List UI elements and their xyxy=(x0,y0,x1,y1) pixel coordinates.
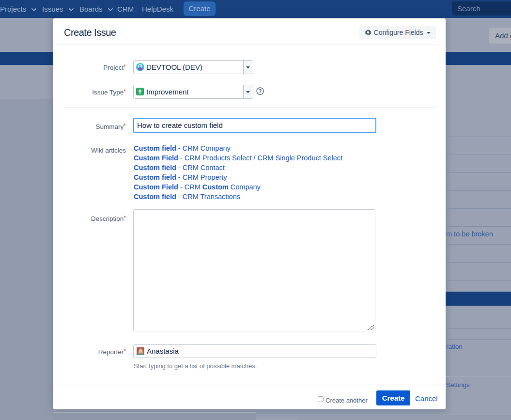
svg-text:?: ? xyxy=(259,88,262,94)
